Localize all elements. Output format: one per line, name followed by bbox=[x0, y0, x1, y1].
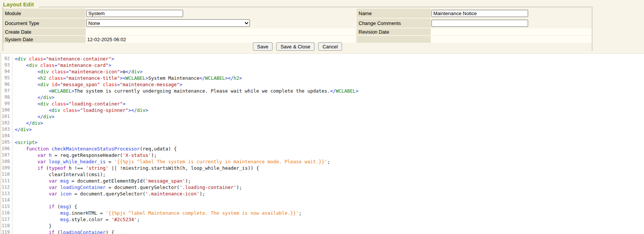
form-row-create-revision: Create Date Revision Date bbox=[3, 28, 592, 35]
line-number: 110 bbox=[1, 171, 12, 178]
module-label: Module bbox=[3, 9, 86, 18]
line-number: 112 bbox=[1, 184, 12, 191]
code-text[interactable]: if (loadingContainer) { bbox=[12, 229, 114, 234]
code-line[interactable]: 97 <WCLABEL>The system is currently unde… bbox=[1, 88, 644, 94]
code-text[interactable]: <script> bbox=[12, 139, 37, 146]
code-text[interactable]: clearInterval(cmsi); bbox=[12, 171, 106, 178]
code-line[interactable]: 100 <div class="loading-spinner"></div> bbox=[1, 107, 644, 113]
system-date-label: System Date bbox=[3, 36, 86, 43]
code-text[interactable]: var h = req.getResponseHeader('X-status'… bbox=[12, 152, 157, 158]
line-number: 116 bbox=[1, 210, 12, 216]
code-line[interactable]: 93 <div class="maintenance-card"> bbox=[1, 62, 644, 68]
document-type-label: Document Type bbox=[3, 19, 86, 28]
layout-edit-form: Layout Edit Module Name Document Type No… bbox=[0, 0, 644, 53]
code-line[interactable]: 114 bbox=[1, 197, 644, 203]
code-line[interactable]: 105<script> bbox=[1, 139, 644, 146]
form-row-doctype-comments: Document Type None Change Comments bbox=[3, 19, 592, 28]
code-line[interactable]: 101 </div> bbox=[1, 113, 644, 120]
line-number: 109 bbox=[1, 165, 12, 171]
code-line[interactable]: 102 </div> bbox=[1, 120, 644, 126]
revision-date-label: Revision Date bbox=[357, 28, 431, 35]
code-line[interactable]: 95 <h2 class="maintenance-title"><WCLABE… bbox=[1, 75, 644, 81]
name-input[interactable] bbox=[431, 10, 528, 17]
revision-date-value bbox=[431, 28, 592, 35]
line-number: 119 bbox=[1, 229, 12, 234]
line-number: 115 bbox=[1, 203, 12, 210]
line-number: 94 bbox=[1, 68, 12, 75]
code-text[interactable]: <h2 class="maintenance-title"><WCLABEL>S… bbox=[12, 75, 242, 81]
cancel-button[interactable]: Cancel bbox=[318, 42, 342, 51]
fieldset-border-top bbox=[39, 7, 592, 7]
code-line[interactable]: 113 var icon = document.querySelector('.… bbox=[1, 191, 644, 197]
module-value-cell bbox=[86, 9, 355, 18]
line-number: 95 bbox=[1, 75, 12, 81]
code-text[interactable]: <div class="maintenance-icon">⚙</div> bbox=[12, 68, 143, 75]
code-text[interactable]: var loadingContainer = document.querySel… bbox=[12, 184, 242, 191]
empty-value-cell bbox=[431, 36, 592, 43]
document-type-select[interactable]: None bbox=[86, 19, 250, 27]
code-line[interactable]: 104 bbox=[1, 133, 644, 139]
line-number: 117 bbox=[1, 216, 12, 223]
code-text[interactable]: <div class="maintenance-container"> bbox=[12, 56, 114, 62]
code-line[interactable]: 116 msg.innerHTML = '{{%pjs ^label Maint… bbox=[1, 210, 644, 216]
code-line[interactable]: 117 msg.style.color = '#2c5234'; bbox=[1, 216, 644, 223]
code-line[interactable]: 106 function checkMaintenanceStatusProce… bbox=[1, 146, 644, 152]
code-text[interactable]: } bbox=[12, 223, 52, 229]
code-line[interactable]: 103</div> bbox=[1, 126, 644, 133]
code-line[interactable]: 94 <div class="maintenance-icon">⚙</div> bbox=[1, 68, 644, 75]
code-line[interactable]: 108 var loop_while_header_is = '{{%pjs ^… bbox=[1, 158, 644, 165]
save-button[interactable]: Save bbox=[253, 42, 273, 51]
change-comments-label: Change Comments bbox=[357, 19, 431, 28]
line-number: 118 bbox=[1, 223, 12, 229]
code-line[interactable]: 98 </div> bbox=[1, 94, 644, 101]
code-text[interactable]: var msg = document.getElementById('messa… bbox=[12, 178, 191, 184]
line-number: 105 bbox=[1, 139, 12, 146]
code-text[interactable] bbox=[12, 197, 15, 203]
code-line[interactable]: 112 var loadingContainer = document.quer… bbox=[1, 184, 644, 191]
code-text[interactable]: var icon = document.querySelector('.main… bbox=[12, 191, 205, 197]
code-text[interactable]: </div> bbox=[12, 126, 32, 133]
code-text[interactable]: <div class="maintenance-card"> bbox=[12, 62, 111, 68]
line-number: 111 bbox=[1, 178, 12, 184]
code-text[interactable]: </div> bbox=[12, 120, 43, 126]
save-and-close-button[interactable]: Save & Close bbox=[276, 42, 314, 51]
code-line[interactable]: 111 var msg = document.getElementById('m… bbox=[1, 178, 644, 184]
code-line[interactable]: 115 if (msg) { bbox=[1, 203, 644, 210]
code-line[interactable]: 92<div class="maintenance-container"> bbox=[1, 56, 644, 62]
line-number: 106 bbox=[1, 146, 12, 152]
line-number: 96 bbox=[1, 81, 12, 88]
code-text[interactable]: if (msg) { bbox=[12, 203, 77, 210]
code-text[interactable] bbox=[12, 133, 15, 139]
code-text[interactable]: <div id="message_span" class="maintenanc… bbox=[12, 81, 182, 88]
code-text[interactable]: msg.style.color = '#2c5234'; bbox=[12, 216, 140, 223]
code-line[interactable]: 109 if (typeof h !== 'string' || !miestr… bbox=[1, 165, 644, 171]
code-line[interactable]: 107 var h = req.getResponseHeader('X-sta… bbox=[1, 152, 644, 158]
line-number: 100 bbox=[1, 107, 12, 113]
code-text[interactable]: <WCLABEL>The system is currently undergo… bbox=[12, 88, 359, 94]
code-editor[interactable]: 92<div class="maintenance-container">93 … bbox=[1, 53, 644, 234]
line-number: 98 bbox=[1, 94, 12, 101]
code-text[interactable]: <div class="loading-container"> bbox=[12, 101, 126, 107]
code-line[interactable]: 110 clearInterval(cmsi); bbox=[1, 171, 644, 178]
line-number: 107 bbox=[1, 152, 12, 158]
form-row-system-date: System Date 12-02-2025 06:02 bbox=[3, 36, 592, 43]
code-line[interactable]: 99 <div class="loading-container"> bbox=[1, 101, 644, 107]
module-input[interactable] bbox=[86, 10, 183, 17]
fieldset-border-right bbox=[592, 7, 592, 51]
form-actions: Save Save & Close Cancel bbox=[3, 42, 592, 51]
code-line[interactable]: 119 if (loadingContainer) { bbox=[1, 229, 644, 234]
code-text[interactable]: var loop_while_header_is = '{{%pjs ^labe… bbox=[12, 158, 330, 165]
code-text[interactable]: msg.innerHTML = '{{%pjs ^label Maintenan… bbox=[12, 210, 302, 216]
code-text[interactable]: <div class="loading-spinner"></div> bbox=[12, 107, 148, 113]
page-title: Layout Edit bbox=[3, 1, 34, 8]
code-text[interactable]: </div> bbox=[12, 94, 54, 101]
code-text[interactable]: function checkMaintenanceStatusProcessor… bbox=[12, 146, 177, 152]
line-number: 103 bbox=[1, 126, 12, 133]
change-comments-input[interactable] bbox=[431, 20, 528, 27]
code-line[interactable]: 96 <div id="message_span" class="mainten… bbox=[1, 81, 644, 88]
code-text[interactable]: if (typeof h !== 'string' || !miestring.… bbox=[12, 165, 259, 171]
name-label: Name bbox=[357, 9, 431, 18]
create-date-label: Create Date bbox=[3, 28, 86, 35]
code-text[interactable]: </div> bbox=[12, 113, 54, 120]
code-line[interactable]: 118 } bbox=[1, 223, 644, 229]
